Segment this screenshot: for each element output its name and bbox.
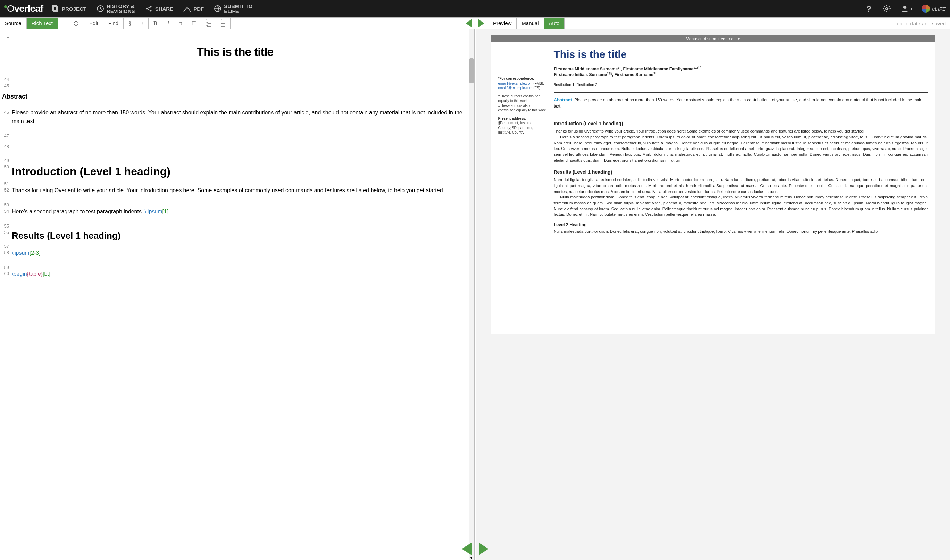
bold-button[interactable]: B: [149, 18, 162, 29]
section-button[interactable]: §: [123, 18, 136, 29]
comment-button[interactable]: +: [58, 18, 68, 29]
preview-intro-p2: Here's a second paragraph to test paragr…: [554, 134, 928, 163]
nav-pdf[interactable]: PDF: [183, 5, 204, 13]
toolbar-left: Source Rich Text + Edit Find § § B I π Π…: [0, 18, 474, 29]
nav-share[interactable]: SHARE: [145, 5, 174, 13]
preview-l2-h: Level 2 Heading: [554, 222, 928, 227]
line-number: 51: [2, 180, 12, 186]
collapse-preview-arrow[interactable]: [478, 19, 484, 28]
preview-pane: Manuscript submitted to eLife *For corre…: [476, 29, 950, 560]
corr-email-1[interactable]: email1@example.com: [498, 82, 533, 85]
hr: [2, 91, 468, 91]
line-number: 44: [2, 76, 12, 82]
find-button[interactable]: Find: [103, 18, 123, 29]
line-number: 53: [2, 201, 12, 208]
preview-scroll[interactable]: Manuscript submitted to eLife *For corre…: [476, 29, 950, 560]
results-heading[interactable]: Results (Level 1 heading): [12, 229, 468, 243]
preview-l2-p: Nulla malesuada porttitor diam. Donec fe…: [554, 229, 928, 235]
settings-icon[interactable]: [882, 4, 891, 13]
intro-heading[interactable]: Introduction (Level 1 heading): [12, 163, 468, 180]
abstract-heading[interactable]: Abstract: [2, 93, 468, 100]
pdf-icon: [183, 5, 191, 13]
files-icon: [51, 5, 60, 13]
preview-affiliations: ¹Institution 1; ²Institution 2: [554, 83, 928, 87]
elife-badge[interactable]: eLIFE: [922, 5, 946, 13]
history-button[interactable]: [68, 18, 84, 29]
line-number: 55: [2, 222, 12, 229]
account-menu[interactable]: ▾: [900, 4, 913, 13]
elife-icon: [922, 5, 930, 13]
line-number: 46: [2, 109, 12, 115]
page-banner: Manuscript submitted to eLife: [490, 35, 936, 42]
preview-results-h: Results (Level 1 heading): [554, 169, 928, 175]
subsection-button[interactable]: §: [136, 18, 149, 29]
main-split: 1 This is the title 44 45 Abstract 46 Pl…: [0, 29, 950, 560]
edit-menu[interactable]: Edit: [84, 18, 103, 29]
scroll-down-icon[interactable]: ▾: [469, 554, 474, 560]
tab-auto[interactable]: Auto: [544, 18, 565, 29]
line-number: 45: [2, 82, 12, 88]
begin-table[interactable]: \begin{table}[bt]: [12, 270, 468, 278]
globe-icon: [214, 5, 222, 13]
preview-abstract: Abstract Please provide an abstract of n…: [554, 97, 928, 109]
toolbar-right: Preview Manual Auto up-to-date and saved: [476, 18, 950, 29]
tab-richtext[interactable]: Rich Text: [27, 18, 58, 29]
nav-project[interactable]: PROJECT: [51, 5, 86, 13]
lipsum-cmd[interactable]: \lipsum[2-3]: [12, 249, 468, 257]
bullet-list-button[interactable]: •—•—•—: [216, 18, 231, 29]
preview-intro-p1: Thanks for using Overleaf to write your …: [554, 128, 928, 134]
svg-point-6: [886, 8, 888, 10]
history-icon: [96, 5, 105, 13]
italic-button[interactable]: I: [162, 18, 174, 29]
line-number: 1: [2, 32, 12, 39]
page-sidebar: *For correspondence: email1@example.com …: [498, 49, 547, 235]
line-number: 57: [2, 243, 12, 249]
intro-para[interactable]: Thanks for using Overleaf to write your …: [12, 186, 468, 195]
preview-results-p1: Nam dui ligula, fringilla a, euismod sod…: [554, 177, 928, 194]
abstract-text[interactable]: Please provide an abstract of no more th…: [12, 109, 468, 126]
editor-scrollbar[interactable]: ▾: [469, 29, 474, 560]
line-number: 58: [2, 249, 12, 255]
pane-toggle-left[interactable]: [462, 543, 472, 555]
doc-title[interactable]: This is the title: [2, 45, 468, 58]
toolbar: Source Rich Text + Edit Find § § B I π Π…: [0, 17, 950, 29]
preview-results-p2: Nulla malesuada porttitor diam. Donec fe…: [554, 194, 928, 217]
line-number: 54: [2, 208, 12, 214]
line-number: 48: [2, 143, 12, 149]
para2[interactable]: Here's a second paragraph to test paragr…: [12, 208, 468, 216]
svg-text:?: ?: [866, 4, 871, 13]
logo[interactable]: Overleaf: [4, 3, 43, 14]
editor-pane: 1 This is the title 44 45 Abstract 46 Pl…: [0, 29, 474, 560]
page-main: This is the title Firstname Middlename S…: [554, 49, 928, 235]
line-number: 59: [2, 264, 12, 270]
share-icon: [145, 5, 153, 13]
line-number: 50: [2, 163, 12, 169]
pane-toggle-right[interactable]: [479, 543, 489, 555]
display-math-button[interactable]: Π: [187, 18, 201, 29]
line-number: 47: [2, 132, 12, 138]
corr-email-2[interactable]: email2@example.com: [498, 86, 533, 90]
nav-history[interactable]: HISTORY &REVISIONS: [96, 3, 135, 14]
inline-math-button[interactable]: π: [174, 18, 187, 29]
collapse-editor-arrow[interactable]: [466, 19, 472, 28]
numbered-list-button[interactable]: 1—2—3—: [201, 18, 216, 29]
editor-body[interactable]: 1 This is the title 44 45 Abstract 46 Pl…: [0, 29, 474, 560]
line-number: 60: [2, 270, 12, 276]
tab-preview[interactable]: Preview: [488, 18, 517, 29]
top-nav: Overleaf PROJECT HISTORY &REVISIONS SHAR…: [0, 0, 950, 17]
hr: [2, 140, 468, 141]
svg-point-7: [904, 6, 907, 9]
preview-intro-h: Introduction (Level 1 heading): [554, 121, 928, 126]
line-number: 49: [2, 157, 12, 163]
nav-submit[interactable]: SUBMIT TOELIFE: [214, 3, 253, 14]
help-icon[interactable]: ?: [864, 4, 873, 13]
preview-page: Manuscript submitted to eLife *For corre…: [490, 35, 936, 334]
scroll-thumb[interactable]: [469, 58, 473, 83]
preview-authors: Firstname Middlename Surname1*, Firstnam…: [554, 66, 928, 77]
preview-title: This is the title: [554, 49, 928, 60]
user-icon: [900, 4, 909, 13]
tab-source[interactable]: Source: [0, 18, 27, 29]
line-number: 56: [2, 229, 12, 235]
save-status: up-to-date and saved: [896, 20, 946, 26]
tab-manual[interactable]: Manual: [517, 18, 544, 29]
